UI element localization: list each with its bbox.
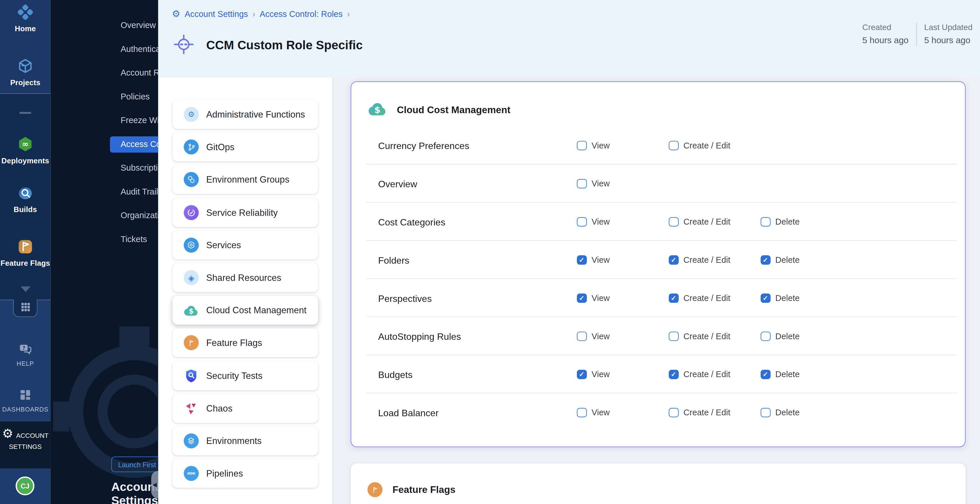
category-card-pipelines[interactable]: Pipelines <box>173 459 318 488</box>
resource-label: Perspectives <box>378 293 432 303</box>
sidebar-item-account-settings[interactable]: ⚙ ACCOUNT SETTINGS <box>0 426 51 451</box>
settings-nav-item-access-control[interactable]: Access Control <box>110 136 158 153</box>
permission-label: View <box>592 255 609 265</box>
category-card-cloud-cost-management[interactable]: $Cloud Cost Management <box>173 296 318 325</box>
permission-view[interactable]: View <box>577 293 610 303</box>
breadcrumb-account-settings[interactable]: Account Settings <box>185 9 248 18</box>
category-card-shared-resources[interactable]: ◈Shared Resources <box>173 263 318 292</box>
checkbox-checked[interactable] <box>577 370 587 379</box>
permission-label: Create / Edit <box>684 255 730 265</box>
permission-label: Create / Edit <box>684 140 730 150</box>
reliability-check-icon <box>184 205 199 220</box>
checkbox-unchecked[interactable] <box>669 331 678 341</box>
permission-delete[interactable]: Delete <box>760 293 800 303</box>
permission-createedit[interactable]: Create / Edit <box>669 293 730 303</box>
permission-createedit[interactable]: Create / Edit <box>669 217 730 226</box>
checkbox-unchecked[interactable] <box>577 140 587 150</box>
permission-view[interactable]: View <box>577 370 610 379</box>
settings-nav-item-policies[interactable]: Policies <box>110 89 158 105</box>
category-card-feature-flags[interactable]: Feature Flags <box>173 329 318 357</box>
grid-icon <box>19 300 32 315</box>
sidebar-item-projects[interactable]: Projects <box>0 57 51 87</box>
permission-createedit[interactable]: Create / Edit <box>669 370 730 379</box>
chevron-down-icon[interactable] <box>21 286 30 292</box>
permission-delete[interactable]: Delete <box>760 331 800 341</box>
checkbox-checked[interactable] <box>577 293 587 303</box>
sidebar-item-label: Projects <box>0 78 51 87</box>
settings-nav-item-organizations[interactable]: Organizations <box>110 208 158 224</box>
checkbox-checked[interactable] <box>669 293 678 303</box>
checkbox-unchecked[interactable] <box>577 407 587 417</box>
avatar[interactable]: CJ <box>16 477 34 495</box>
permission-delete[interactable]: Delete <box>760 217 800 226</box>
settings-nav-item-audit-trail[interactable]: Audit Trail <box>110 184 158 200</box>
permission-view[interactable]: View <box>577 140 610 150</box>
category-label: Feature Flags <box>206 338 262 348</box>
permission-view[interactable]: View <box>577 331 610 341</box>
category-label: Shared Resources <box>206 273 281 282</box>
checkbox-checked[interactable] <box>577 255 587 265</box>
checkbox-unchecked[interactable] <box>577 179 587 188</box>
sidebar-item-feature-flags[interactable]: Feature Flags <box>0 238 51 268</box>
hexagon-infinity-icon: ∞ <box>0 136 51 155</box>
checkbox-unchecked[interactable] <box>669 217 678 226</box>
checkbox-checked[interactable] <box>760 255 770 265</box>
checkbox-unchecked[interactable] <box>669 140 678 150</box>
sidebar-item-dashboards[interactable]: DASHBOARDS <box>0 388 51 413</box>
permission-delete[interactable]: Delete <box>760 255 800 265</box>
breadcrumb-access-control-roles[interactable]: Access Control: Roles <box>260 9 343 18</box>
checkbox-checked[interactable] <box>760 293 770 303</box>
category-card-services[interactable]: Services <box>173 231 318 260</box>
launch-first-generation-button[interactable]: Launch First Generation <box>111 456 158 472</box>
flag-circle-icon <box>184 335 199 350</box>
checkbox-checked[interactable] <box>760 370 770 379</box>
settings-nav-item-authentication[interactable]: Authentication <box>110 41 158 58</box>
checkbox-unchecked[interactable] <box>760 217 770 226</box>
category-label: Administrative Functions <box>206 109 305 119</box>
category-label: Environments <box>206 436 262 446</box>
checkbox-checked[interactable] <box>669 255 678 265</box>
permission-label: Delete <box>775 331 800 341</box>
sidebar-item-home[interactable]: Home <box>0 4 51 33</box>
settings-nav-item-account-resources[interactable]: Account Resources <box>110 65 158 81</box>
settings-nav-item-freeze-windows[interactable]: Freeze Windows <box>110 113 158 129</box>
sidebar-item-help[interactable]: ?HELP <box>0 342 51 367</box>
sidebar-item-deployments[interactable]: ∞Deployments <box>0 136 51 165</box>
settings-nav-item-tickets[interactable]: Tickets <box>110 231 158 248</box>
account-settings-nav: OverviewAuthenticationAccount ResourcesP… <box>51 0 158 504</box>
settings-nav-item-subscriptions[interactable]: Subscriptions <box>110 160 158 177</box>
category-card-security-tests[interactable]: Security Tests <box>173 361 318 390</box>
collapse-nav-button[interactable]: ◀ <box>151 471 158 498</box>
permission-view[interactable]: View <box>577 255 610 265</box>
category-card-environments[interactable]: Environments <box>173 426 318 455</box>
created-meta: Created 5 hours ago <box>855 22 916 45</box>
feature-flags-panel: Feature Flags <box>351 463 966 504</box>
sidebar-item-builds[interactable]: Builds <box>0 185 51 214</box>
permission-label: Create / Edit <box>684 370 730 379</box>
category-card-administrative-functions[interactable]: ⚙Administrative Functions <box>173 100 318 129</box>
checkbox-unchecked[interactable] <box>760 407 770 417</box>
category-card-chaos[interactable]: Chaos <box>173 394 318 423</box>
permission-view[interactable]: View <box>577 179 610 188</box>
permission-view[interactable]: View <box>577 407 610 417</box>
checkbox-unchecked[interactable] <box>577 331 587 341</box>
permission-label: Create / Edit <box>684 217 730 226</box>
permission-delete[interactable]: Delete <box>760 407 800 417</box>
checkbox-checked[interactable] <box>669 370 678 379</box>
permission-createedit[interactable]: Create / Edit <box>669 407 730 417</box>
permission-createedit[interactable]: Create / Edit <box>669 255 730 265</box>
permission-createedit[interactable]: Create / Edit <box>669 331 730 341</box>
settings-nav-item-overview[interactable]: Overview <box>110 18 158 34</box>
category-card-service-reliability[interactable]: Service Reliability <box>173 198 318 227</box>
checkbox-unchecked[interactable] <box>577 217 587 226</box>
permission-view[interactable]: View <box>577 217 610 226</box>
permission-delete[interactable]: Delete <box>760 370 800 379</box>
module-picker-button[interactable] <box>13 300 38 317</box>
permission-createedit[interactable]: Create / Edit <box>669 140 730 150</box>
permission-label: Delete <box>775 370 800 379</box>
checkbox-unchecked[interactable] <box>669 407 678 417</box>
category-card-gitops[interactable]: GitOps <box>173 133 318 161</box>
panel-header: Feature Flags <box>368 482 456 497</box>
category-card-environment-groups[interactable]: Environment Groups <box>173 165 318 194</box>
checkbox-unchecked[interactable] <box>760 331 770 341</box>
